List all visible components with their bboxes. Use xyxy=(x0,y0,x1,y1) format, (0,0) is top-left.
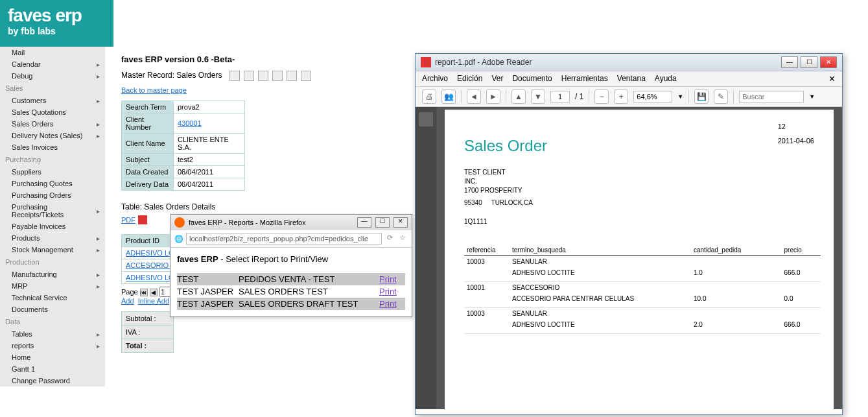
icon-6[interactable] xyxy=(301,71,311,81)
add-link[interactable]: Add xyxy=(121,297,134,305)
menu-ver[interactable]: Ver xyxy=(491,74,503,84)
menu-ventana[interactable]: Ventana xyxy=(617,74,646,84)
firefox-minimize[interactable]: — xyxy=(357,217,371,228)
sidebar-item[interactable]: Sales Invoices xyxy=(0,141,105,153)
sidebar-item[interactable]: Purchasing Orders xyxy=(0,189,105,201)
zoom-out-button[interactable]: − xyxy=(594,89,609,104)
totals-table: Subtotal : IVA : Total : xyxy=(121,311,174,353)
zoom-in-button[interactable]: + xyxy=(614,89,628,104)
adobe-icon xyxy=(421,57,431,67)
menu-herramientas[interactable]: Herramientas xyxy=(561,74,608,84)
record-table: Search Termprova2Client Number430001Clie… xyxy=(121,101,245,191)
logo-sub: by fbb labs xyxy=(8,26,106,36)
bookmark-icon[interactable]: ☆ xyxy=(397,233,408,244)
adobe-menubar: ArchivoEdiciónVerDocumentoHerramientasVe… xyxy=(416,71,842,87)
sidebar-item[interactable]: Products▸ xyxy=(0,232,105,244)
pdf-icon xyxy=(138,215,147,224)
sidebar-item[interactable]: Calendar▸ xyxy=(0,58,105,70)
page-down-button[interactable]: ▼ xyxy=(531,89,545,104)
sidebar-header: Purchasing xyxy=(0,153,105,166)
print-link[interactable]: Print xyxy=(379,287,397,296)
sidebar-item[interactable]: Sales Orders▸ xyxy=(0,118,105,130)
pdf-page: 12 2011-04-06 Sales Order TEST CLIENTINC… xyxy=(445,110,834,409)
adobe-body: 12 2011-04-06 Sales Order TEST CLIENTINC… xyxy=(416,107,842,409)
sidebar-header: Sales xyxy=(0,82,105,95)
icon-3[interactable] xyxy=(258,71,268,81)
sidebar-item[interactable]: Purchasing Quotes xyxy=(0,178,105,189)
adobe-close[interactable]: ✕ xyxy=(820,56,837,68)
sidebar: MailCalendar▸Debug▸SalesCustomers▸Sales … xyxy=(0,47,105,387)
sidebar-item[interactable]: Tables▸ xyxy=(0,328,105,340)
sidebar-item[interactable]: Home xyxy=(0,351,105,363)
logo-main: faves erp xyxy=(8,5,106,26)
adobe-minimize[interactable]: — xyxy=(781,56,798,68)
menu-ayuda[interactable]: Ayuda xyxy=(655,74,677,84)
icon-2[interactable] xyxy=(244,71,254,81)
icon-4[interactable] xyxy=(272,71,283,81)
sidebar-item[interactable]: Suppliers xyxy=(0,166,105,178)
doc-address: TEST CLIENTINC.1700 PROSPERITY xyxy=(464,168,821,195)
sidebar-item[interactable]: Debug▸ xyxy=(0,70,105,82)
adobe-maximize[interactable]: ☐ xyxy=(801,56,817,68)
sidebar-item[interactable]: Delivery Notes (Sales)▸ xyxy=(0,130,105,141)
report-list: TESTPEDIDOS VENTA - TESTPrintTEST JASPER… xyxy=(177,273,405,310)
collab-button[interactable]: 👥 xyxy=(441,89,456,104)
page-up-button[interactable]: ▲ xyxy=(511,89,526,104)
inline-add-link[interactable]: Inline Add xyxy=(138,297,169,305)
sidebar-item[interactable]: Change Password xyxy=(0,375,105,387)
print-link[interactable]: Print xyxy=(379,299,397,309)
sidebar-item[interactable]: Customers▸ xyxy=(0,95,105,106)
chevron-right-icon: ▸ xyxy=(97,342,100,350)
print-button[interactable]: 🖨 xyxy=(422,89,436,104)
sign-button[interactable]: ✎ xyxy=(714,89,728,104)
toolbar-icons xyxy=(229,71,311,81)
adobe-titlebar[interactable]: report-1.pdf - Adobe Reader — ☐ ✕ xyxy=(416,54,842,71)
chevron-right-icon: ▸ xyxy=(97,132,100,139)
pager-prev[interactable]: ◀ xyxy=(150,289,158,296)
firefox-maximize[interactable]: ☐ xyxy=(375,217,390,228)
icon-5[interactable] xyxy=(287,71,297,81)
sidebar-item[interactable]: reports▸ xyxy=(0,340,105,351)
sidebar-item[interactable]: Manufacturing▸ xyxy=(0,268,105,280)
next-view-button[interactable]: ► xyxy=(486,89,500,104)
refresh-icon[interactable]: ⟳ xyxy=(384,233,395,244)
menu-edición[interactable]: Edición xyxy=(457,74,482,84)
save-button[interactable]: 💾 xyxy=(694,89,709,104)
sidebar-item[interactable]: Stock Management▸ xyxy=(0,244,105,256)
pages-panel-button[interactable] xyxy=(419,112,433,126)
pdf-link[interactable]: PDF xyxy=(121,215,147,224)
sidebar-item[interactable]: Documents xyxy=(0,304,105,315)
firefox-titlebar[interactable]: faves ERP - Reports - Mozilla Firefox — … xyxy=(170,215,412,230)
sidebar-header: Data xyxy=(0,315,105,328)
zoom-input[interactable] xyxy=(633,91,672,102)
client-link[interactable]: 430001 xyxy=(178,119,202,127)
adobe-window: report-1.pdf - Adobe Reader — ☐ ✕ Archiv… xyxy=(415,53,843,415)
chevron-right-icon: ▸ xyxy=(97,208,100,215)
menu-close-icon[interactable]: ✕ xyxy=(828,74,836,84)
adobe-page-area[interactable]: 12 2011-04-06 Sales Order TEST CLIENTINC… xyxy=(436,107,842,409)
chevron-right-icon: ▸ xyxy=(97,246,100,254)
chevron-right-icon: ▸ xyxy=(97,97,100,104)
firefox-addressbar: 🌐 ⟳ ☆ xyxy=(170,230,412,248)
sidebar-item[interactable]: Gantt 1 xyxy=(0,363,105,375)
sidebar-item[interactable]: Sales Quotations xyxy=(0,106,105,118)
back-link[interactable]: Back to master page xyxy=(121,86,187,94)
sidebar-item[interactable]: Purchasing Receipts/Tickets▸ xyxy=(0,201,105,220)
sidebar-header: Production xyxy=(0,256,105,268)
page-input[interactable] xyxy=(550,91,570,102)
firefox-url-input[interactable] xyxy=(186,233,382,244)
pager-first[interactable]: ⏮ xyxy=(140,289,148,296)
print-link[interactable]: Print xyxy=(379,274,397,284)
search-input[interactable] xyxy=(739,91,804,102)
firefox-close[interactable]: ✕ xyxy=(393,217,408,228)
sidebar-item[interactable]: Technical Service xyxy=(0,292,105,304)
sidebar-item[interactable]: Mail xyxy=(0,47,105,58)
menu-archivo[interactable]: Archivo xyxy=(422,74,448,84)
sidebar-item[interactable]: Payable Invoices xyxy=(0,220,105,232)
chevron-right-icon: ▸ xyxy=(97,121,100,128)
doc-code: 1Q1111 xyxy=(464,218,821,225)
sidebar-item[interactable]: MRP▸ xyxy=(0,280,105,292)
icon-1[interactable] xyxy=(229,71,240,81)
menu-documento[interactable]: Documento xyxy=(512,74,552,84)
prev-view-button[interactable]: ◄ xyxy=(467,89,481,104)
